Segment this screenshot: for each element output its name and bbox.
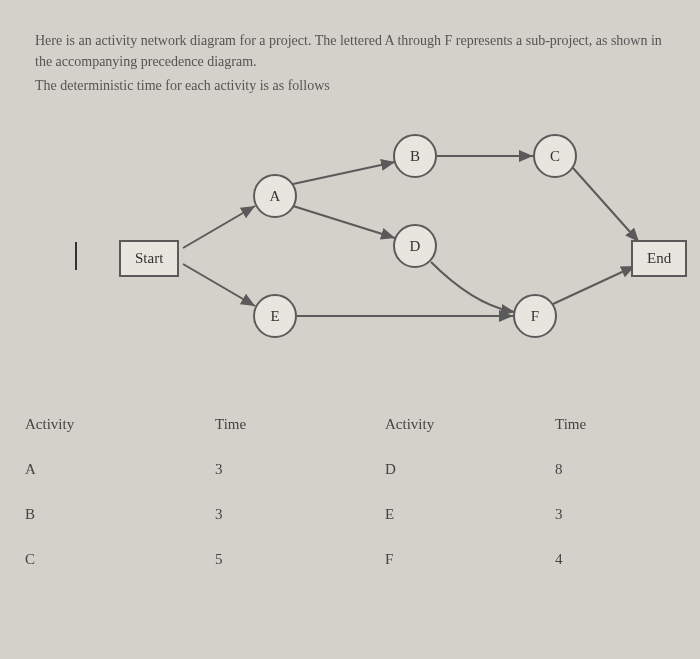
node-start-label: Start [135,250,163,267]
node-b-label: B [410,148,420,165]
intro-paragraph-2: The deterministic time for each activity… [35,75,675,96]
table-header-time: Time [555,416,655,433]
node-f-label: F [531,308,539,325]
table-row: 5 [215,551,385,568]
svg-line-2 [293,162,395,184]
node-end: End [631,240,687,277]
network-diagram: Start A B C D E F End [35,126,675,386]
cursor-indicator [75,242,77,270]
node-c: C [533,134,577,178]
intro-text: Here is an activity network diagram for … [35,30,675,96]
node-c-label: C [550,148,560,165]
node-f: F [513,294,557,338]
table-row: F [385,551,555,568]
svg-line-6 [573,168,639,242]
table-row: 3 [215,461,385,478]
node-e-label: E [270,308,279,325]
table-row: 4 [555,551,655,568]
svg-line-1 [183,264,255,306]
table-header-activity: Activity [385,416,555,433]
activity-time-table: Activity A B C Time 3 3 5 Activity D E F… [25,416,675,596]
table-row: B [25,506,215,523]
table-header-time: Time [215,416,385,433]
node-d-label: D [410,238,421,255]
table-row: A [25,461,215,478]
intro-paragraph-1: Here is an activity network diagram for … [35,30,675,72]
table-row: C [25,551,215,568]
svg-line-0 [183,206,255,248]
node-end-label: End [647,250,671,267]
node-a-label: A [270,188,281,205]
node-start: Start [119,240,179,277]
node-d: D [393,224,437,268]
svg-line-3 [293,206,395,238]
svg-line-7 [553,266,635,304]
node-b: B [393,134,437,178]
table-row: D [385,461,555,478]
node-a: A [253,174,297,218]
table-row: 3 [215,506,385,523]
table-row: 8 [555,461,655,478]
table-row: E [385,506,555,523]
node-e: E [253,294,297,338]
table-header-activity: Activity [25,416,215,433]
table-row: 3 [555,506,655,523]
